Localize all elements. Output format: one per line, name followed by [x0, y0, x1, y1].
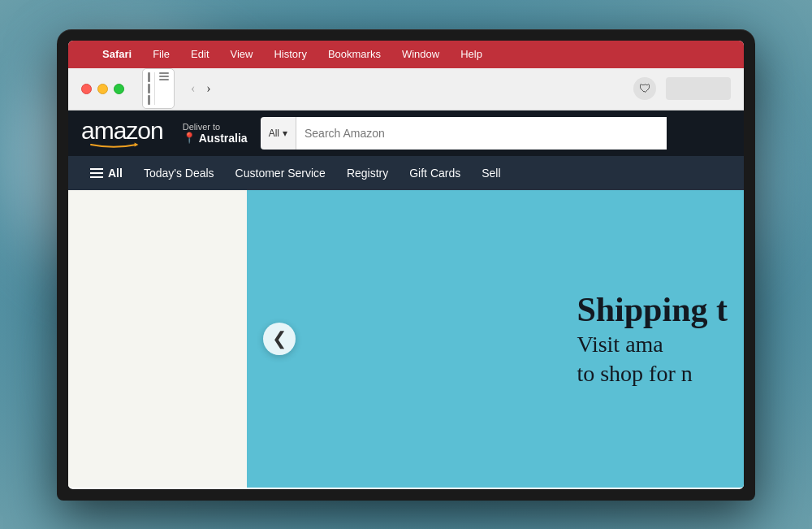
browser-extra-controls: [666, 77, 731, 100]
macos-menubar: Safari File Edit View History Bookmarks …: [68, 41, 744, 68]
nav-registry[interactable]: Registry: [338, 161, 397, 185]
close-button[interactable]: [81, 84, 92, 94]
amazon-navbar: All Today's Deals Customer Service Regis…: [68, 156, 744, 190]
content-area: ❮ Shipping t Visit ama to shop for n: [247, 190, 744, 488]
menu-help[interactable]: Help: [457, 46, 486, 62]
maximize-button[interactable]: [114, 84, 124, 94]
nav-arrows: ‹ ›: [188, 80, 214, 97]
shield-icon[interactable]: 🛡: [633, 77, 656, 100]
location-pin-icon: 📍: [183, 132, 196, 144]
amazon-logo-text: amazon: [81, 119, 163, 143]
menu-bookmarks[interactable]: Bookmarks: [325, 46, 384, 62]
screen: Safari File Edit View History Bookmarks …: [68, 41, 744, 489]
sidebar-toggle-button[interactable]: [142, 68, 175, 109]
traffic-lights: [81, 84, 124, 94]
menu-file[interactable]: File: [149, 46, 173, 62]
menu-window[interactable]: Window: [399, 46, 443, 62]
shipping-title: Shipping t: [577, 290, 728, 327]
carousel-prev-button[interactable]: ❮: [263, 323, 296, 355]
search-category-label: All: [269, 128, 279, 139]
amazon-header: amazon Deliver to 📍 Australia Al: [68, 111, 744, 156]
browser-chrome: ‹ › 🛡: [68, 68, 744, 111]
shipping-text-area: Shipping t Visit ama to shop for n: [577, 290, 744, 386]
minimize-button[interactable]: [97, 84, 108, 94]
amazon-arrow-svg: [81, 141, 146, 148]
search-category-select[interactable]: All ▾: [261, 117, 296, 150]
monitor-frame: Safari File Edit View History Bookmarks …: [57, 29, 755, 501]
amazon-logo[interactable]: amazon: [81, 119, 163, 148]
forward-button[interactable]: ›: [203, 80, 214, 97]
nav-all-button[interactable]: All: [81, 161, 132, 185]
menu-safari[interactable]: Safari: [99, 46, 135, 62]
menu-view[interactable]: View: [227, 46, 257, 62]
shipping-subtitle-line2: to shop for n: [577, 361, 728, 387]
menu-edit[interactable]: Edit: [188, 46, 212, 62]
nav-todays-deals[interactable]: Today's Deals: [135, 161, 223, 185]
deliver-to-label: Deliver to: [183, 122, 248, 132]
nav-customer-service[interactable]: Customer Service: [227, 161, 335, 185]
main-content: ❮ Shipping t Visit ama to shop for n: [68, 190, 744, 488]
hamburger-icon: [90, 168, 103, 178]
menu-history[interactable]: History: [270, 46, 309, 62]
svg-marker-0: [135, 142, 139, 146]
deliver-to-section[interactable]: Deliver to 📍 Australia: [183, 122, 248, 145]
search-bar: All ▾: [261, 117, 667, 150]
deliver-location: 📍 Australia: [183, 132, 248, 145]
apple-menu[interactable]: [78, 53, 84, 56]
location-text: Australia: [199, 132, 248, 145]
nav-all-label: All: [108, 167, 123, 180]
left-sidebar-panel: [68, 190, 247, 488]
back-button[interactable]: ‹: [188, 80, 198, 97]
shipping-subtitle-line1: Visit ama: [577, 332, 728, 358]
search-dropdown-icon: ▾: [283, 128, 287, 139]
search-input[interactable]: [296, 117, 667, 150]
nav-sell[interactable]: Sell: [473, 161, 509, 185]
nav-gift-cards[interactable]: Gift Cards: [400, 161, 469, 185]
